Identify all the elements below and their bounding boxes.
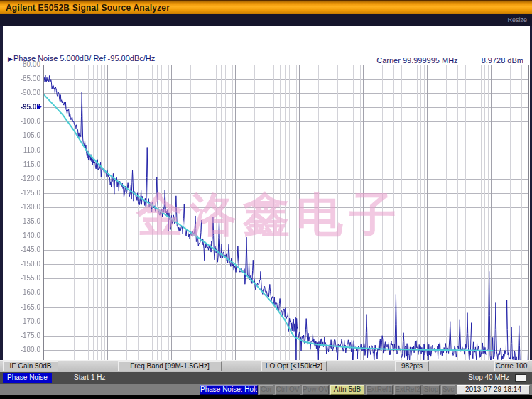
carrier-power: 8.9728 dBm xyxy=(482,56,523,65)
y-tick-label: -165.0 xyxy=(6,303,40,312)
y-tick-label: -125.0 xyxy=(6,189,40,197)
scroll-grip[interactable] xyxy=(515,374,526,382)
y-tick-label: -160.0 xyxy=(6,288,40,297)
status-phase-noise-hold: Phase Noise: Hold xyxy=(200,385,258,395)
sweep-bar: Phase Noise Start 1 Hz Stop 40 MHz xyxy=(0,372,532,384)
active-mode-button[interactable]: Phase Noise xyxy=(3,373,52,383)
menu-strip: Resize xyxy=(0,14,532,26)
softkey-if-gain-50db[interactable]: IF Gain 50dB xyxy=(3,361,58,371)
y-tick-label: -140.0 xyxy=(6,231,40,240)
y-tick-label: -95.00 xyxy=(6,103,40,111)
status-ctrl-ov: Ctrl OV xyxy=(275,385,300,395)
y-tick-label: -150.0 xyxy=(6,260,40,268)
y-tick-label: -170.0 xyxy=(6,317,40,326)
phase-noise-graph[interactable] xyxy=(43,65,529,378)
status-cor: Cor xyxy=(259,385,273,395)
y-tick-label: -80.00 xyxy=(6,60,40,69)
softkey-982pts[interactable]: 982pts xyxy=(395,361,429,371)
status-pow-ov: Pow OV xyxy=(302,385,329,395)
softkey-lo-opt-150khz[interactable]: LO Opt [<150kHz] xyxy=(261,361,327,371)
carrier-frequency: Carrier 99.999995 MHz xyxy=(376,56,457,65)
analyzer-window: Agilent E5052B Signal Source Analyzer Re… xyxy=(0,0,532,399)
status-svc: Svc xyxy=(441,385,455,395)
softkey-corre-100[interactable]: Corre 100 xyxy=(494,361,528,371)
resize-button[interactable]: Resize xyxy=(507,16,527,23)
softkey-freq-band-99m-1-5ghz[interactable]: Freq Band [99M-1.5GHz] xyxy=(118,361,222,371)
title-bar: Agilent E5052B Signal Source Analyzer xyxy=(0,0,532,14)
y-tick-label: -85.00 xyxy=(6,75,40,83)
status-extref1: ExtRef1 xyxy=(366,385,393,395)
y-tick-label: -175.0 xyxy=(6,332,40,340)
status-2013-07-29-18-14: 2013-07-29 18:14 xyxy=(457,385,530,395)
status-stop: Stop xyxy=(423,385,440,395)
y-tick-label: -105.0 xyxy=(6,131,40,140)
y-tick-label: -180.0 xyxy=(6,346,40,354)
window-title: Agilent E5052B Signal Source Analyzer xyxy=(6,3,170,13)
status-attn-5db: Attn 5dB xyxy=(330,385,364,395)
status-extref2: ExtRef2 xyxy=(394,385,421,395)
y-tick-label: -135.0 xyxy=(6,217,40,226)
config-bar: IF Gain 50dBFreq Band [99M-1.5GHz]LO Opt… xyxy=(0,360,532,372)
y-tick-label: -130.0 xyxy=(6,203,40,212)
y-tick-label: -110.0 xyxy=(6,146,40,155)
sweep-start-readout: Start 1 Hz xyxy=(74,373,105,381)
sweep-stop-readout: Stop 40 MHz xyxy=(468,373,509,381)
y-tick-label: -90.00 xyxy=(6,89,40,97)
status-bar: Phase Noise: HoldCorCtrl OVPow OVAttn 5d… xyxy=(0,384,532,395)
y-tick-label: -145.0 xyxy=(6,246,40,254)
y-tick-label: -100.0 xyxy=(6,117,40,126)
y-tick-label: -155.0 xyxy=(6,274,40,283)
reference-level-marker-icon: ▶ xyxy=(37,103,44,111)
y-tick-label: -115.0 xyxy=(6,160,40,169)
y-tick-label: -120.0 xyxy=(6,175,40,183)
measurement-panel: ▶Phase Noise 5.000dB/ Ref -95.00dBc/Hz C… xyxy=(0,26,532,395)
carrier-readout: Carrier 99.999995 MHz 8.9728 dBm xyxy=(376,56,523,65)
bottom-edge xyxy=(0,395,532,399)
